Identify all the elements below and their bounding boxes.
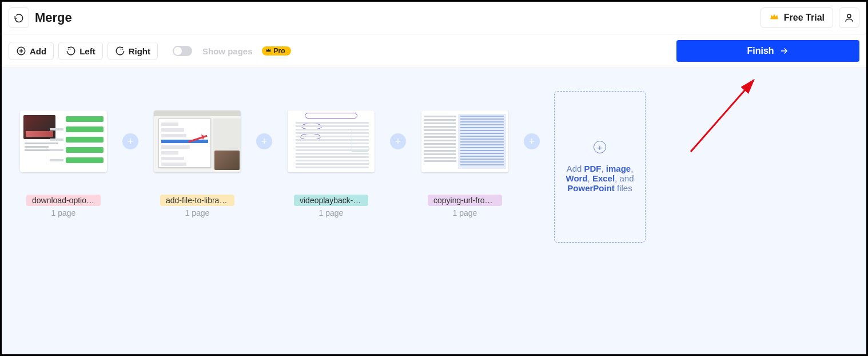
insert-between[interactable]: + xyxy=(242,91,286,192)
free-trial-button[interactable]: Free Trial xyxy=(761,7,833,28)
file-item[interactable]: copying-url-from… 1 page xyxy=(420,91,509,217)
thumbnail xyxy=(154,110,241,172)
toolbar: Add Left Right Show pages Pro Finish xyxy=(2,34,866,68)
plus-circle-icon xyxy=(16,46,26,56)
page-count: 1 page xyxy=(185,208,210,217)
finish-button[interactable]: Finish xyxy=(676,40,859,62)
file-item[interactable]: add-file-to-librar… 1 page xyxy=(153,91,242,217)
pro-label: Pro xyxy=(274,47,285,55)
plus-outline-icon: + xyxy=(594,141,606,153)
arrow-right-icon xyxy=(779,46,789,56)
add-files-dropzone[interactable]: + Add PDF, image, Word, Excel, and Power… xyxy=(554,91,646,243)
show-pages-label: Show pages xyxy=(202,46,253,56)
plus-icon: + xyxy=(390,133,406,149)
rotate-left-icon xyxy=(66,46,76,56)
back-button[interactable] xyxy=(9,7,29,28)
crown-icon xyxy=(769,11,779,24)
header-bar: Merge Free Trial xyxy=(2,2,866,34)
user-button[interactable] xyxy=(839,7,859,28)
free-trial-label: Free Trial xyxy=(784,13,825,23)
thumbnail xyxy=(288,110,375,172)
rotate-right-button[interactable]: Right xyxy=(107,42,158,60)
file-name: add-file-to-librar… xyxy=(160,195,234,206)
canvas: download-option… 1 page + add-file-to-li… xyxy=(2,68,866,356)
pro-badge: Pro xyxy=(262,46,291,56)
plus-icon: + xyxy=(122,133,138,149)
page-count: 1 page xyxy=(319,208,344,217)
user-icon xyxy=(844,13,854,23)
plus-icon: + xyxy=(256,133,272,149)
left-label: Left xyxy=(79,46,95,56)
file-name: download-option… xyxy=(26,195,101,206)
page-title: Merge xyxy=(35,10,761,25)
page-count: 1 page xyxy=(51,208,76,217)
dropzone-text: Add PDF, image, Word, Excel, and PowerPo… xyxy=(560,164,639,193)
thumbnail xyxy=(421,110,508,172)
page-count: 1 page xyxy=(453,208,477,217)
crown-icon xyxy=(265,47,272,55)
insert-between[interactable]: + xyxy=(108,91,153,192)
right-label: Right xyxy=(129,46,150,56)
file-item[interactable]: download-option… 1 page xyxy=(19,91,108,217)
file-name: copying-url-from… xyxy=(428,195,502,206)
insert-between[interactable]: + xyxy=(376,91,420,192)
thumbnail xyxy=(20,110,107,172)
show-pages-toggle[interactable] xyxy=(173,46,192,56)
plus-icon: + xyxy=(524,133,540,149)
svg-line-2 xyxy=(691,80,754,152)
finish-label: Finish xyxy=(747,46,774,56)
add-button[interactable]: Add xyxy=(9,42,54,60)
file-name: videoplayback-fil… xyxy=(294,195,368,206)
rotate-right-icon xyxy=(115,46,125,56)
svg-point-0 xyxy=(847,14,851,18)
insert-between[interactable]: + xyxy=(509,91,554,192)
annotation-arrow xyxy=(685,72,771,157)
undo-icon xyxy=(14,13,24,23)
rotate-left-button[interactable]: Left xyxy=(58,42,103,60)
file-item[interactable]: videoplayback-fil… 1 page xyxy=(286,91,376,217)
add-label: Add xyxy=(30,46,46,56)
